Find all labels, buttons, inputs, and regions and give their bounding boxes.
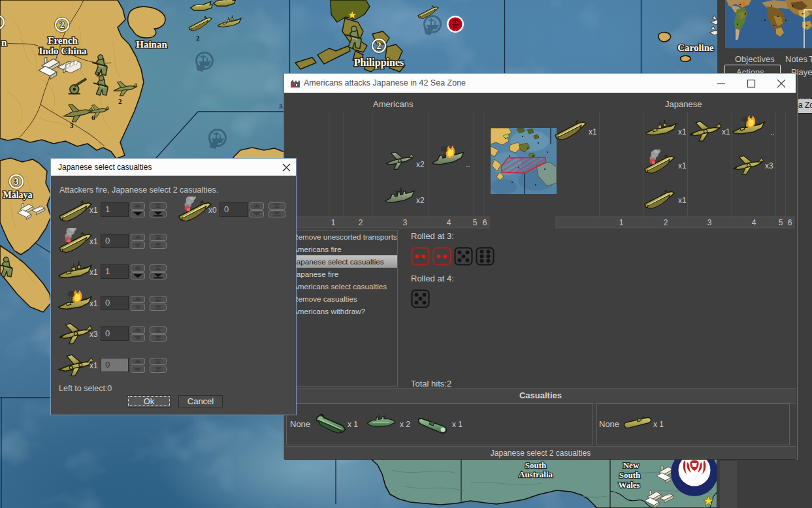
svg-text:5: 5 — [779, 218, 783, 227]
svg-text:2: 2 — [196, 34, 200, 42]
svg-text:1: 1 — [619, 218, 624, 227]
svg-text:Philippines: Philippines — [354, 57, 404, 69]
svg-text:Indo China: Indo China — [39, 46, 87, 56]
svg-text:1: 1 — [331, 218, 336, 227]
svg-text:6: 6 — [788, 218, 792, 227]
svg-text:5: 5 — [473, 218, 478, 227]
svg-text:6: 6 — [483, 218, 487, 227]
svg-text:Hainan: Hainan — [136, 39, 167, 50]
svg-text:Caroline: Caroline — [677, 42, 714, 53]
svg-text:2: 2 — [664, 218, 668, 227]
svg-text:6: 6 — [91, 114, 95, 121]
svg-text:3: 3 — [707, 218, 712, 227]
svg-text:3: 3 — [14, 177, 19, 187]
svg-text:Wales: Wales — [618, 480, 640, 490]
svg-text:2: 2 — [377, 41, 382, 51]
svg-text:2: 2 — [118, 97, 122, 105]
svg-text:Malaya: Malaya — [3, 190, 32, 200]
svg-text:2: 2 — [359, 218, 363, 227]
svg-text:South: South — [525, 460, 547, 470]
svg-text:4: 4 — [752, 218, 756, 227]
svg-text:South: South — [619, 470, 641, 480]
svg-text:3: 3 — [70, 121, 74, 129]
svg-text:n: n — [1, 37, 7, 48]
svg-text:4: 4 — [447, 218, 451, 227]
svg-text:3: 3 — [403, 218, 408, 227]
svg-text:French: French — [48, 35, 78, 46]
svg-text:New: New — [623, 460, 640, 470]
svg-text:Australia: Australia — [519, 469, 553, 479]
svg-text:2: 2 — [60, 20, 65, 30]
